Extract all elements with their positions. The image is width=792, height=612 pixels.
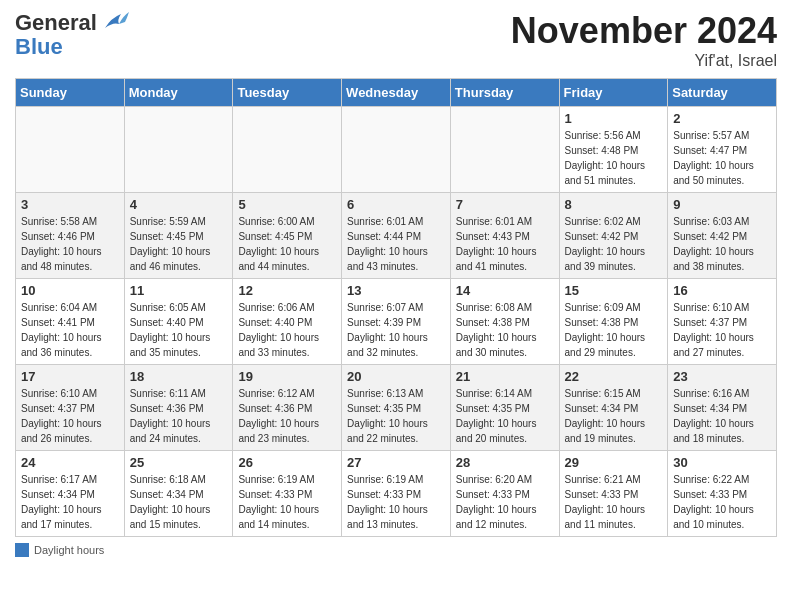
day-number: 18 — [130, 369, 228, 384]
weekday-header-saturday: Saturday — [668, 79, 777, 107]
calendar-cell: 8Sunrise: 6:02 AM Sunset: 4:42 PM Daylig… — [559, 193, 668, 279]
weekday-header-monday: Monday — [124, 79, 233, 107]
day-info: Sunrise: 6:19 AM Sunset: 4:33 PM Dayligh… — [238, 472, 336, 532]
day-number: 5 — [238, 197, 336, 212]
day-info: Sunrise: 6:15 AM Sunset: 4:34 PM Dayligh… — [565, 386, 663, 446]
calendar-cell: 13Sunrise: 6:07 AM Sunset: 4:39 PM Dayli… — [342, 279, 451, 365]
calendar-week-5: 24Sunrise: 6:17 AM Sunset: 4:34 PM Dayli… — [16, 451, 777, 537]
calendar-cell: 12Sunrise: 6:06 AM Sunset: 4:40 PM Dayli… — [233, 279, 342, 365]
calendar-cell: 3Sunrise: 5:58 AM Sunset: 4:46 PM Daylig… — [16, 193, 125, 279]
day-info: Sunrise: 6:00 AM Sunset: 4:45 PM Dayligh… — [238, 214, 336, 274]
weekday-header-row: SundayMondayTuesdayWednesdayThursdayFrid… — [16, 79, 777, 107]
day-number: 12 — [238, 283, 336, 298]
day-info: Sunrise: 6:12 AM Sunset: 4:36 PM Dayligh… — [238, 386, 336, 446]
day-number: 2 — [673, 111, 771, 126]
calendar-cell — [233, 107, 342, 193]
day-info: Sunrise: 6:02 AM Sunset: 4:42 PM Dayligh… — [565, 214, 663, 274]
logo-text-general: General — [15, 12, 97, 34]
day-number: 22 — [565, 369, 663, 384]
calendar-cell: 27Sunrise: 6:19 AM Sunset: 4:33 PM Dayli… — [342, 451, 451, 537]
calendar-cell: 2Sunrise: 5:57 AM Sunset: 4:47 PM Daylig… — [668, 107, 777, 193]
calendar-cell: 28Sunrise: 6:20 AM Sunset: 4:33 PM Dayli… — [450, 451, 559, 537]
day-info: Sunrise: 5:59 AM Sunset: 4:45 PM Dayligh… — [130, 214, 228, 274]
day-info: Sunrise: 6:11 AM Sunset: 4:36 PM Dayligh… — [130, 386, 228, 446]
day-info: Sunrise: 5:56 AM Sunset: 4:48 PM Dayligh… — [565, 128, 663, 188]
day-number: 23 — [673, 369, 771, 384]
day-number: 3 — [21, 197, 119, 212]
calendar-cell — [16, 107, 125, 193]
calendar-cell: 7Sunrise: 6:01 AM Sunset: 4:43 PM Daylig… — [450, 193, 559, 279]
day-info: Sunrise: 6:01 AM Sunset: 4:43 PM Dayligh… — [456, 214, 554, 274]
day-info: Sunrise: 6:08 AM Sunset: 4:38 PM Dayligh… — [456, 300, 554, 360]
calendar-cell: 24Sunrise: 6:17 AM Sunset: 4:34 PM Dayli… — [16, 451, 125, 537]
calendar-week-1: 1Sunrise: 5:56 AM Sunset: 4:48 PM Daylig… — [16, 107, 777, 193]
calendar-cell: 19Sunrise: 6:12 AM Sunset: 4:36 PM Dayli… — [233, 365, 342, 451]
day-number: 16 — [673, 283, 771, 298]
day-info: Sunrise: 6:01 AM Sunset: 4:44 PM Dayligh… — [347, 214, 445, 274]
day-number: 1 — [565, 111, 663, 126]
calendar-week-2: 3Sunrise: 5:58 AM Sunset: 4:46 PM Daylig… — [16, 193, 777, 279]
day-info: Sunrise: 6:16 AM Sunset: 4:34 PM Dayligh… — [673, 386, 771, 446]
calendar-week-4: 17Sunrise: 6:10 AM Sunset: 4:37 PM Dayli… — [16, 365, 777, 451]
calendar-cell: 10Sunrise: 6:04 AM Sunset: 4:41 PM Dayli… — [16, 279, 125, 365]
logo-bird-icon — [101, 10, 129, 34]
day-number: 13 — [347, 283, 445, 298]
weekday-header-tuesday: Tuesday — [233, 79, 342, 107]
day-number: 26 — [238, 455, 336, 470]
calendar-cell: 9Sunrise: 6:03 AM Sunset: 4:42 PM Daylig… — [668, 193, 777, 279]
day-info: Sunrise: 6:06 AM Sunset: 4:40 PM Dayligh… — [238, 300, 336, 360]
day-info: Sunrise: 6:04 AM Sunset: 4:41 PM Dayligh… — [21, 300, 119, 360]
calendar-cell: 22Sunrise: 6:15 AM Sunset: 4:34 PM Dayli… — [559, 365, 668, 451]
day-number: 14 — [456, 283, 554, 298]
day-info: Sunrise: 6:17 AM Sunset: 4:34 PM Dayligh… — [21, 472, 119, 532]
day-info: Sunrise: 5:58 AM Sunset: 4:46 PM Dayligh… — [21, 214, 119, 274]
day-info: Sunrise: 6:20 AM Sunset: 4:33 PM Dayligh… — [456, 472, 554, 532]
day-number: 9 — [673, 197, 771, 212]
day-number: 17 — [21, 369, 119, 384]
day-number: 7 — [456, 197, 554, 212]
calendar-cell: 6Sunrise: 6:01 AM Sunset: 4:44 PM Daylig… — [342, 193, 451, 279]
page-header: General Blue November 2024 Yif'at, Israe… — [15, 10, 777, 70]
calendar-cell: 5Sunrise: 6:00 AM Sunset: 4:45 PM Daylig… — [233, 193, 342, 279]
calendar-cell — [124, 107, 233, 193]
calendar-cell: 15Sunrise: 6:09 AM Sunset: 4:38 PM Dayli… — [559, 279, 668, 365]
day-number: 4 — [130, 197, 228, 212]
legend-label: Daylight hours — [34, 544, 104, 556]
calendar-cell: 4Sunrise: 5:59 AM Sunset: 4:45 PM Daylig… — [124, 193, 233, 279]
day-number: 15 — [565, 283, 663, 298]
day-number: 29 — [565, 455, 663, 470]
day-info: Sunrise: 6:07 AM Sunset: 4:39 PM Dayligh… — [347, 300, 445, 360]
calendar-cell: 26Sunrise: 6:19 AM Sunset: 4:33 PM Dayli… — [233, 451, 342, 537]
day-info: Sunrise: 6:18 AM Sunset: 4:34 PM Dayligh… — [130, 472, 228, 532]
day-number: 27 — [347, 455, 445, 470]
calendar-cell: 16Sunrise: 6:10 AM Sunset: 4:37 PM Dayli… — [668, 279, 777, 365]
day-info: Sunrise: 6:05 AM Sunset: 4:40 PM Dayligh… — [130, 300, 228, 360]
day-info: Sunrise: 5:57 AM Sunset: 4:47 PM Dayligh… — [673, 128, 771, 188]
title-month: November 2024 — [511, 10, 777, 52]
weekday-header-thursday: Thursday — [450, 79, 559, 107]
day-info: Sunrise: 6:09 AM Sunset: 4:38 PM Dayligh… — [565, 300, 663, 360]
day-number: 11 — [130, 283, 228, 298]
day-number: 20 — [347, 369, 445, 384]
calendar-cell: 1Sunrise: 5:56 AM Sunset: 4:48 PM Daylig… — [559, 107, 668, 193]
legend-color-box — [15, 543, 29, 557]
title-block: November 2024 Yif'at, Israel — [511, 10, 777, 70]
weekday-header-friday: Friday — [559, 79, 668, 107]
title-location: Yif'at, Israel — [511, 52, 777, 70]
day-number: 28 — [456, 455, 554, 470]
day-info: Sunrise: 6:10 AM Sunset: 4:37 PM Dayligh… — [21, 386, 119, 446]
logo-text-blue: Blue — [15, 34, 63, 59]
day-number: 21 — [456, 369, 554, 384]
day-number: 30 — [673, 455, 771, 470]
calendar-cell: 29Sunrise: 6:21 AM Sunset: 4:33 PM Dayli… — [559, 451, 668, 537]
calendar-table: SundayMondayTuesdayWednesdayThursdayFrid… — [15, 78, 777, 537]
day-number: 19 — [238, 369, 336, 384]
weekday-header-sunday: Sunday — [16, 79, 125, 107]
day-info: Sunrise: 6:19 AM Sunset: 4:33 PM Dayligh… — [347, 472, 445, 532]
calendar-cell: 25Sunrise: 6:18 AM Sunset: 4:34 PM Dayli… — [124, 451, 233, 537]
day-info: Sunrise: 6:10 AM Sunset: 4:37 PM Dayligh… — [673, 300, 771, 360]
day-number: 6 — [347, 197, 445, 212]
calendar-cell — [342, 107, 451, 193]
calendar-cell: 18Sunrise: 6:11 AM Sunset: 4:36 PM Dayli… — [124, 365, 233, 451]
day-info: Sunrise: 6:03 AM Sunset: 4:42 PM Dayligh… — [673, 214, 771, 274]
